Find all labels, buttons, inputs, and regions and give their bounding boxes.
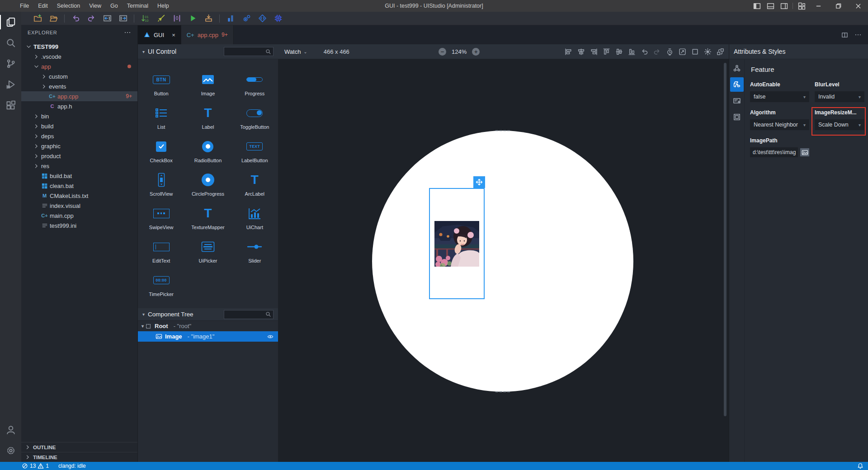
extensions-icon[interactable] <box>0 95 21 116</box>
tree-item-test999[interactable]: TEST999 <box>21 42 137 52</box>
align-left-icon[interactable] <box>565 48 572 56</box>
split-editor-icon[interactable] <box>841 32 848 38</box>
palette-item-radiobutton[interactable]: RadioButton <box>184 132 231 165</box>
run-icon[interactable] <box>188 14 197 23</box>
notifications-button[interactable] <box>857 463 863 469</box>
tree-item-app[interactable]: app <box>21 61 137 71</box>
tree-item-custom[interactable]: custom <box>21 71 137 81</box>
nodes-icon[interactable] <box>730 61 744 75</box>
component-image[interactable]: Image- "image1" <box>138 331 278 342</box>
shader-icon[interactable] <box>258 14 267 23</box>
toggle-sidebar-icon[interactable] <box>750 0 764 12</box>
toggle-secondary-sidebar-icon[interactable] <box>777 0 791 12</box>
menu-file[interactable]: File <box>15 0 33 12</box>
detail-icon[interactable] <box>730 94 744 108</box>
field-dropdown-imageresizem[interactable]: Scale Down▾ <box>815 119 864 130</box>
component-root[interactable]: ▾Root- "root" <box>138 321 278 331</box>
deploy-icon[interactable] <box>204 14 213 23</box>
menu-help[interactable]: Help <box>153 0 174 12</box>
maximize-button[interactable] <box>828 0 848 12</box>
tree-item-main-cpp[interactable]: C+main.cpp <box>21 211 137 221</box>
explorer-icon[interactable] <box>0 12 21 33</box>
tree-item-clean-bat[interactable]: clean.bat <box>21 181 137 191</box>
close-button[interactable] <box>848 0 868 12</box>
section-outline[interactable]: OUTLINE <box>21 442 137 452</box>
tree-item-app-h[interactable]: Capp.h <box>21 101 137 111</box>
section-timeline[interactable]: TIMELINE <box>21 452 137 462</box>
menu-selection[interactable]: Selection <box>52 0 85 12</box>
palette-item-list[interactable]: List <box>138 98 184 132</box>
field-dropdown-blurlevel[interactable]: Invalid▾ <box>815 91 864 102</box>
palette-item-uipicker[interactable]: UiPicker <box>184 232 231 265</box>
palette-item-label[interactable]: TLabel <box>184 98 231 132</box>
tab-close-icon[interactable]: × <box>172 32 175 38</box>
settings-icon[interactable] <box>0 440 21 461</box>
tree-item-product[interactable]: product <box>21 151 137 161</box>
palette-item-slider[interactable]: Slider <box>231 232 278 265</box>
selected-image-widget[interactable] <box>429 188 485 299</box>
tree-item-res[interactable]: res <box>21 161 137 171</box>
customize-layout-icon[interactable] <box>795 0 808 12</box>
canvas-surface[interactable] <box>278 59 729 462</box>
sort-lines-icon[interactable]: 0110 <box>141 14 150 23</box>
menu-edit[interactable]: Edit <box>33 0 52 12</box>
clean-icon[interactable] <box>156 14 165 23</box>
dock-right-icon[interactable] <box>118 14 127 23</box>
redo-icon[interactable] <box>87 14 96 23</box>
tree-item-index-visual[interactable]: index.visual <box>21 201 137 211</box>
minimize-button[interactable] <box>808 0 828 12</box>
field-dropdown-autoenable[interactable]: false▾ <box>750 91 809 102</box>
tree-item-bin[interactable]: bin <box>21 111 137 121</box>
menu-view[interactable]: View <box>85 0 106 12</box>
tree-item-cmakelists-txt[interactable]: MCMakeLists.txt <box>21 191 137 201</box>
binary-icon[interactable]: 0 <box>172 14 181 23</box>
watch-artboard[interactable] <box>372 131 633 392</box>
tree-item-app-cpp[interactable]: C+app.cpp9+ <box>21 91 137 101</box>
align-right-icon[interactable] <box>590 48 598 56</box>
tree-item-graphic[interactable]: graphic <box>21 141 137 151</box>
region-icon[interactable] <box>691 48 699 56</box>
palette-item-circleprogress[interactable]: CircleProgress <box>184 165 231 198</box>
palette-item-image[interactable]: Image <box>184 65 231 98</box>
perf-icon[interactable] <box>226 14 235 23</box>
align-top-icon[interactable] <box>603 48 610 56</box>
transform-icon[interactable] <box>717 48 724 56</box>
palette-item-button[interactable]: BTNButton <box>138 65 184 98</box>
tab-gui[interactable]: GUI× <box>138 25 181 44</box>
canvas-scrollbar[interactable] <box>724 63 726 416</box>
field-dropdown-algorithm[interactable]: Nearest Neighbor▾ <box>750 119 809 130</box>
zoom-in-button[interactable]: + <box>472 48 480 56</box>
tree-item-events[interactable]: events <box>21 81 137 91</box>
account-icon[interactable] <box>0 419 21 440</box>
browse-image-button[interactable] <box>800 148 809 156</box>
chip-icon[interactable] <box>274 14 283 23</box>
image-path-input[interactable]: d:\test\ttt\res\imag <box>750 147 798 157</box>
redo2-icon[interactable] <box>653 48 661 56</box>
search-icon[interactable] <box>0 33 21 53</box>
bind-icon[interactable] <box>679 48 686 56</box>
menu-go[interactable]: Go <box>106 0 123 12</box>
problems-indicator[interactable]: 13 1 <box>22 463 49 469</box>
tree-item-vscode[interactable]: .vscode <box>21 52 137 61</box>
palette-item-scrollview[interactable]: ScrollView <box>138 165 184 198</box>
component-tree-search-input[interactable] <box>224 310 274 319</box>
tree-item-build-bat[interactable]: build.bat <box>21 171 137 181</box>
new-folder-icon[interactable] <box>33 14 42 23</box>
region2-icon[interactable] <box>730 110 744 124</box>
menu-terminal[interactable]: Terminal <box>123 0 153 12</box>
tree-item-deps[interactable]: deps <box>21 131 137 141</box>
tree-item-build[interactable]: build <box>21 121 137 131</box>
palette-item-checkbox[interactable]: CheckBox <box>138 132 184 165</box>
ui-control-search-input[interactable] <box>224 47 274 56</box>
align-bottom-icon[interactable] <box>628 48 636 56</box>
more-actions-icon[interactable] <box>854 31 862 38</box>
align-center-h-icon[interactable] <box>577 48 585 56</box>
dock-left-icon[interactable] <box>103 14 112 23</box>
tab-app-cpp[interactable]: C+app.cpp9+ <box>181 25 234 44</box>
palette-item-labelbutton[interactable]: TEXTLabelButton <box>231 132 278 165</box>
device-selector[interactable]: Watch ⌄ <box>284 48 307 55</box>
explorer-more-icon[interactable] <box>124 29 131 36</box>
undo2-icon[interactable] <box>641 48 648 56</box>
palette-item-togglebutton[interactable]: ToggleButton <box>231 98 278 132</box>
move-handle[interactable] <box>473 176 485 188</box>
